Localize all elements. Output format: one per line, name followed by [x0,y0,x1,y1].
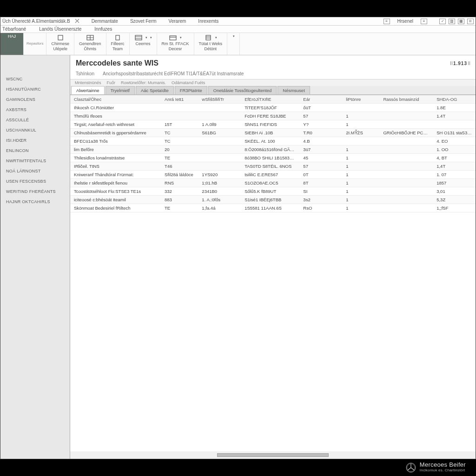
cell: őüT [299,104,342,112]
table-row[interactable]: Tirgsit; Asefatuf-retch withreset15T1 A.… [70,120,476,129]
cell: Y? [299,120,342,129]
column-header-3[interactable]: EfEröJíTXIfIE [241,95,299,104]
tab-1[interactable]: Tryelmietf [106,86,135,94]
sidebar-item-6[interactable]: Isi.hdœr [6,135,67,145]
hamburger-icon[interactable]: ≡ [383,19,390,24]
secmenu-0[interactable]: Tébarfoané [2,26,26,32]
table-row[interactable]: IRličeil. TtNST46TAS0TD S8TÉIL. 6NOS5711… [70,162,476,171]
sidebar-item-9[interactable]: Noá lárnonst [6,166,67,176]
sidebar-item-2[interactable]: Gaminolens [6,94,67,105]
cell: lim Befőre [70,145,161,154]
table-row[interactable]: Ihkocsh CI.RöniütterTiTEER'S18JÖFőüT1.8E [70,104,476,112]
settings-gear-icon[interactable]: ⛭ [467,19,474,24]
list-icon[interactable]: ≡ [421,19,427,24]
table-row[interactable]: Thilesidlos lonaénsträstseTE8ó38BO SHILI… [70,154,476,162]
secmenu-2[interactable]: Innfuzes [94,26,112,32]
grid-icon [86,34,94,41]
chevron-down-icon[interactable]: ▾ [145,36,147,40]
menu-item-2[interactable]: Szovet Ferm [130,19,157,24]
page-nav[interactable]: 1.913 [450,61,470,66]
cell: TE [161,154,198,162]
sidebar-item-4[interactable]: Asscullé [6,115,67,125]
sidebar-item-0[interactable]: Wscnc [6,74,67,84]
tab-5[interactable]: Nésmsuset [278,86,310,94]
sidebar-item-11[interactable]: Weritind Fheréants [6,186,67,197]
sidebar-item-5[interactable]: Uschannkul [6,125,67,135]
table-row[interactable]: Thmófú IfeoesFcDH FERE S18JBE5711.4T [70,112,476,120]
tab-3[interactable]: FR3Ptatnte [175,86,207,94]
tab-0[interactable]: Alwertainne [71,86,105,94]
horizontal-scrollbar[interactable] [70,451,476,459]
sidebar-item-12[interactable]: Hajnr oktcahirls [6,197,67,207]
table-row[interactable]: Kniweranf Thándtóral Frürmat:Sfil28á lál… [70,171,476,179]
menu-item-1[interactable]: Demmantate [92,19,118,24]
table-row[interactable]: lim Befőre208:Ö2008á1516fönd GÄH80ÁH.MBR… [70,145,476,154]
column-header-7[interactable]: SHDA-OG [433,95,476,104]
cell: 1 [342,145,379,154]
table-row[interactable]: Tcoostitötséhloot Flo:STSE3 TE1s3322341B… [70,187,476,196]
secmenu-1[interactable]: Lanóts Úlsennerszte [39,26,81,32]
tab-2[interactable]: Aác Spetaïdte [136,86,174,94]
table-row[interactable]: BFECü1a38 TrősTCSKÉEL. At. 1004.B4. EO [70,137,476,145]
tab-4[interactable]: Onetdásie Tossőttogeultented [208,86,277,94]
menu-item-4[interactable]: Inrexemts [198,19,218,24]
column-header-6[interactable]: Rassós bmasinzid [379,95,433,104]
breadcrumb-0[interactable]: Tshínkon [76,71,94,76]
cell: 3,01 [433,187,476,196]
table-row[interactable]: iciteoosé c:bhésöát Iteamil8831. A.:0fős… [70,196,476,204]
ribbon-label: HAJ [8,34,16,39]
table-row[interactable]: Skönmoat Bedesiriel fRiltechTE1,fa.4á1S5… [70,204,476,212]
cell: 1 [342,179,379,187]
cell: 2341B0 [198,187,241,196]
sidebar-item-7[interactable]: Enlincon [6,145,67,156]
ribbon-tab-1[interactable]: Chirmese Ulépele [46,33,74,55]
tool-icon-3[interactable]: ▦ [458,19,464,24]
cell: 1 [342,112,379,120]
cell: SIEBH Ai .10B [241,129,299,137]
ribbon-tab-home[interactable]: HAJ [0,33,24,55]
sidebar-item-10[interactable]: Usen fescensbs [6,176,67,186]
cell: 1 [342,154,379,162]
ribbon-sublabel: Öhmts [84,47,97,51]
column-header-2[interactable]: wSfiš5llifiTr [198,95,241,104]
chevron-down-icon[interactable]: ▾ [215,36,217,40]
sidebar-item-3[interactable]: Axbstrs [6,105,67,115]
cell: 332 [161,187,198,196]
sidebar-item-1[interactable]: Hsanutüanirc [6,84,67,94]
svg-rect-7 [170,36,176,40]
tool-icon-1[interactable]: ✓ [439,19,446,24]
tool-icon-2[interactable]: ▥ [449,19,455,24]
ribbon-tab-5[interactable]: ▾ Rm St. FFACK Decesr [157,33,194,55]
ribbon-overflow[interactable]: ▾ [227,33,240,55]
menu-item-0[interactable]: Üch Üherectë A.Elmentamidák.B [2,19,70,24]
cell: S1OZO8AE.OC5 [241,179,299,187]
table-row[interactable]: Chlnusbásemretidt is gppersérdamreTCS61B… [70,129,476,137]
ribbon-tab-3[interactable]: Filleerc Team [106,33,130,55]
subcrumb-3[interactable]: Odámatand Fuéts [172,80,205,85]
column-header-4[interactable]: Eár [299,95,342,104]
subcrumb-2[interactable]: Rowtünelőfer: Mumanis. [121,80,166,85]
column-header-1[interactable]: Anrá Iett1 [161,95,198,104]
cell [342,137,379,145]
chevron-down-icon[interactable]: ▾ [180,36,182,40]
cell: Kniweranf Thándtóral Frürmat: [70,171,161,179]
cell: TC [161,129,198,137]
app-window: Üch Üherectë A.Elmentamidák.B Demmantate… [0,17,476,459]
ribbon-tab-6[interactable]: ▾ Tütat t Weks Détönt [194,33,227,55]
scrollbar-thumb[interactable] [217,453,329,457]
chevron-down-icon[interactable]: ▾ [150,36,152,40]
table-row[interactable]: Ihelstie r skfesttlepét fienouRNS1;01.hB… [70,179,476,187]
ribbon-tab-4[interactable]: ▾ ▾ Ceerres [130,33,157,55]
search-label[interactable]: Hrsenel [393,19,418,24]
column-header-0[interactable]: Clasztal/Öhec [70,95,161,104]
menu-bar-secondary: Tébarfoané Lanóts Úlsennerszte Innfuzes [0,26,476,33]
breadcrumb-1[interactable]: Anciorhspositstríbastaturécht EdíFROM TI… [103,71,244,76]
close-tab-icon[interactable] [75,19,79,24]
sheet-icon [204,34,212,41]
subcrumb-0[interactable]: Mntenstnünés [75,80,101,85]
subcrumb-1[interactable]: Fuőr [107,80,116,85]
sidebar-item-8[interactable]: Nwrtimtfentals [6,156,67,166]
ribbon-tab-2[interactable]: Genendtren Öhmts [74,33,106,55]
menu-item-3[interactable]: Verarem [169,19,186,24]
column-header-5[interactable]: liPtönre [342,95,379,104]
